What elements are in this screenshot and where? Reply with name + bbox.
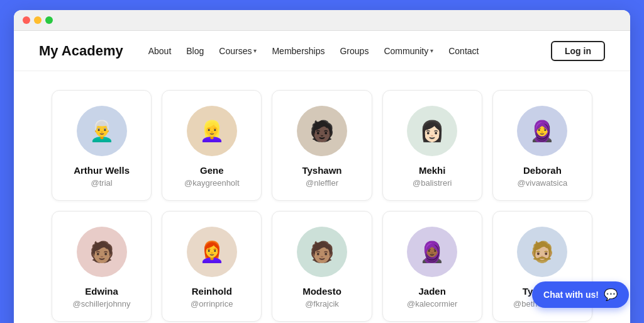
maximize-dot[interactable] — [45, 16, 53, 24]
nav-link-blog[interactable]: Blog — [186, 46, 204, 56]
member-name: Tyshawn — [302, 165, 341, 176]
brand-logo[interactable]: My Academy — [39, 43, 123, 59]
page-content: My Academy AboutBlogCourses▾MembershipsG… — [14, 31, 630, 323]
member-card[interactable]: 🧑🏿Tyshawn@nleffler — [272, 90, 372, 201]
avatar: 👩‍🦰 — [187, 227, 237, 277]
member-handle: @orrinprice — [191, 299, 233, 309]
member-handle: @schillerjohnny — [73, 299, 131, 309]
member-handle: @balistreri — [413, 178, 452, 188]
member-name: Arthur Wells — [74, 165, 130, 176]
member-handle: @fkrajcik — [305, 299, 339, 309]
member-name: Deborah — [523, 165, 562, 176]
member-name: Mekhi — [419, 165, 446, 176]
member-card[interactable]: 🧕Deborah@vivawatsica — [492, 90, 592, 201]
avatar: 🧑🏽 — [77, 227, 127, 277]
member-handle: @kaygreenholt — [184, 178, 240, 188]
avatar: 👩🏻 — [407, 106, 457, 156]
member-card[interactable]: 👨‍🦳Arthur Wells@trial — [52, 90, 152, 201]
members-grid: 👨‍🦳Arthur Wells@trial👱‍♀️Gene@kaygreenho… — [52, 90, 592, 322]
nav-link-groups[interactable]: Groups — [340, 46, 369, 56]
navbar: My Academy AboutBlogCourses▾MembershipsG… — [14, 31, 630, 71]
nav-login: Log in — [551, 41, 605, 61]
member-name: Reinhold — [192, 286, 232, 297]
chevron-down-icon: ▾ — [430, 47, 433, 54]
nav-link-memberships[interactable]: Memberships — [272, 46, 325, 56]
avatar: 🧑🏽 — [297, 227, 347, 277]
nav-link-courses[interactable]: Courses▾ — [219, 46, 257, 56]
avatar: 🧔🏼 — [517, 227, 567, 277]
nav-link-community[interactable]: Community▾ — [384, 46, 433, 56]
member-card[interactable]: 👩🏻Mekhi@balistreri — [382, 90, 482, 201]
member-card[interactable]: 👱‍♀️Gene@kaygreenholt — [162, 90, 262, 201]
nav-links: AboutBlogCourses▾MembershipsGroupsCommun… — [148, 46, 551, 56]
member-card[interactable]: 🧑🏽Edwina@schillerjohnny — [52, 211, 152, 322]
chevron-down-icon: ▾ — [253, 47, 257, 54]
avatar: 🧕🏾 — [407, 227, 457, 277]
nav-link-contact[interactable]: Contact — [448, 46, 479, 56]
member-card[interactable]: 🧑🏽Modesto@fkrajcik — [272, 211, 372, 322]
minimize-dot[interactable] — [34, 16, 42, 24]
member-name: Edwina — [85, 286, 118, 297]
avatar: 👨‍🦳 — [77, 106, 127, 156]
member-handle: @kalecormier — [407, 299, 457, 309]
member-name: Modesto — [303, 286, 341, 297]
member-name: Jaden — [419, 286, 446, 297]
close-dot[interactable] — [23, 16, 30, 24]
member-card[interactable]: 🧕🏾Jaden@kalecormier — [382, 211, 482, 322]
member-handle: @vivawatsica — [518, 178, 568, 188]
avatar: 🧑🏿 — [297, 106, 347, 156]
member-name: Gene — [200, 165, 224, 176]
avatar: 🧕 — [517, 106, 567, 156]
chat-label: Chat with us! — [543, 290, 599, 300]
chat-button[interactable]: Chat with us! 💬 — [532, 281, 629, 308]
browser-window: My Academy AboutBlogCourses▾MembershipsG… — [14, 10, 630, 323]
member-handle: @nleffler — [306, 178, 338, 188]
avatar: 👱‍♀️ — [187, 106, 237, 156]
login-button[interactable]: Log in — [551, 41, 605, 61]
member-card[interactable]: 👩‍🦰Reinhold@orrinprice — [162, 211, 262, 322]
browser-chrome — [14, 10, 630, 31]
member-handle: @trial — [91, 178, 113, 188]
nav-link-about[interactable]: About — [148, 46, 172, 56]
chat-icon: 💬 — [604, 288, 618, 302]
